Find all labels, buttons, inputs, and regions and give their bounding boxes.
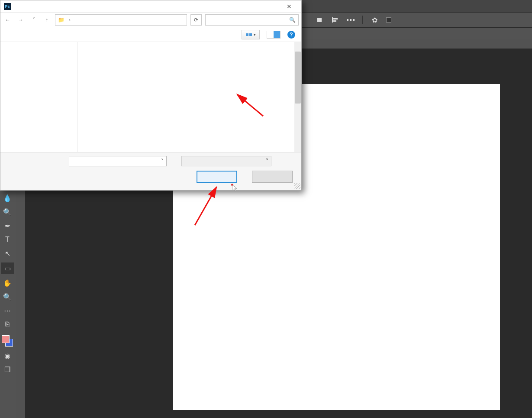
resize-grip[interactable] <box>294 183 300 189</box>
svg-rect-0 <box>317 18 322 22</box>
breadcrumb[interactable]: 📁 › <box>55 14 187 26</box>
ruler-vertical <box>16 191 25 418</box>
chevron-down-icon[interactable]: ˅ <box>161 158 164 164</box>
color-swatch[interactable] <box>2 335 13 347</box>
preview-toggle[interactable] <box>267 31 281 39</box>
filter-select[interactable]: ˅ <box>181 156 271 166</box>
align-left-icon[interactable] <box>331 16 339 24</box>
quickmask-icon[interactable]: ◉ <box>3 351 12 360</box>
cursor-icon <box>231 184 237 190</box>
folder-icon: 📁 <box>58 17 64 23</box>
svg-rect-6 <box>353 19 355 21</box>
dialog-footer: ˅ ˅ <box>0 152 301 190</box>
dialog-toolbar: ▾ ? <box>0 27 301 42</box>
dialog-nav: ← → ˅ ↑ 📁 › ⟳ 🔍 <box>0 13 301 27</box>
more-tools-icon[interactable]: ⋯ <box>3 306 12 315</box>
place-embedded-dialog: Ps ✕ ← → ˅ ↑ 📁 › ⟳ 🔍 ▾ ? <box>0 0 302 191</box>
filename-input[interactable]: ˅ <box>69 156 167 166</box>
scrollbar-vertical[interactable] <box>294 42 301 152</box>
close-button[interactable]: ✕ <box>281 3 298 10</box>
dialog-titlebar[interactable]: Ps ✕ <box>0 0 301 13</box>
ps-topbar <box>302 0 532 12</box>
path-select-tool-icon[interactable]: ↖ <box>3 249 12 258</box>
chevron-down-icon[interactable]: ˅ <box>266 158 268 164</box>
svg-rect-3 <box>333 20 336 22</box>
tool-palette: 💧 🔍 ✒ T ↖ ▭ ✋ 🔍 ⋯ ⎘ ◉ ❐ <box>0 191 15 418</box>
rectangle-tool-icon[interactable]: ▭ <box>1 262 14 274</box>
place-button[interactable] <box>197 171 237 183</box>
edit-toolbar-icon[interactable]: ⎘ <box>3 320 12 329</box>
search-input[interactable]: 🔍 <box>205 14 299 26</box>
type-tool-icon[interactable]: T <box>3 235 12 244</box>
align-distribute-icon[interactable] <box>347 16 355 24</box>
svg-rect-1 <box>332 17 333 23</box>
up-button[interactable]: ↑ <box>42 15 52 25</box>
chevron-right-icon: › <box>67 17 72 23</box>
align-edges-option[interactable] <box>386 17 394 23</box>
back-button[interactable]: ← <box>3 15 13 25</box>
search-icon: 🔍 <box>289 17 296 23</box>
hand-tool-icon[interactable]: ✋ <box>3 278 12 288</box>
dodge-tool-icon[interactable]: 🔍 <box>3 207 12 217</box>
view-mode-button[interactable]: ▾ <box>242 30 260 39</box>
help-button[interactable]: ? <box>287 31 295 39</box>
zoom-tool-icon[interactable]: 🔍 <box>3 292 12 301</box>
ps-logo-icon: Ps <box>4 3 11 10</box>
cancel-button[interactable] <box>252 171 293 183</box>
recent-dropdown[interactable]: ˅ <box>29 15 39 25</box>
checkbox-icon[interactable] <box>386 17 391 23</box>
forward-button[interactable]: → <box>16 15 26 25</box>
file-pane <box>77 42 301 152</box>
ps-options-bar: ✿ <box>302 12 532 28</box>
pen-tool-icon[interactable]: ✒ <box>3 221 12 230</box>
align-fill-icon[interactable] <box>316 16 323 24</box>
svg-rect-2 <box>333 18 338 19</box>
screenmode-icon[interactable]: ❐ <box>3 365 12 374</box>
gear-icon[interactable]: ✿ <box>371 16 378 24</box>
svg-rect-4 <box>347 19 348 21</box>
refresh-button[interactable]: ⟳ <box>190 14 202 26</box>
blur-tool-icon[interactable]: 💧 <box>3 193 12 203</box>
nav-tree <box>0 42 77 152</box>
svg-rect-5 <box>350 19 351 21</box>
